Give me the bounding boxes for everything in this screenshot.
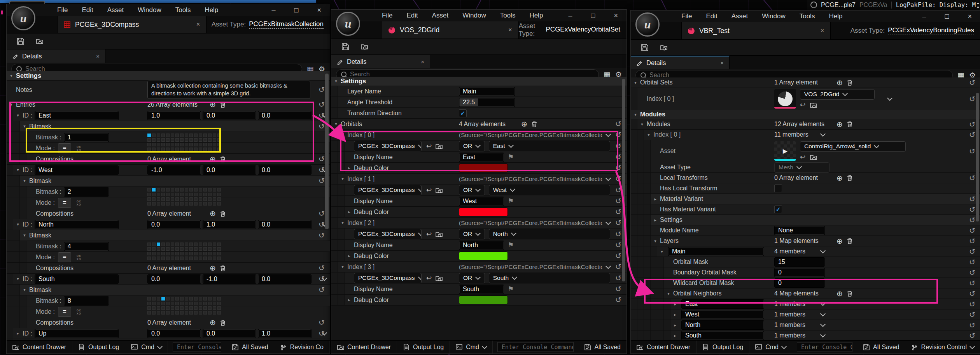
bit-off[interactable] (175, 143, 179, 146)
reset-to-default-icon[interactable]: ↺ (964, 226, 980, 235)
bit-off[interactable] (199, 257, 202, 260)
bit-off[interactable] (157, 138, 160, 142)
bit-off[interactable] (147, 138, 151, 142)
bit-off[interactable] (203, 202, 207, 206)
bit-off[interactable] (199, 148, 202, 151)
bit-off[interactable] (152, 311, 156, 315)
value-input[interactable]: 15 (774, 257, 825, 267)
expander-open-icon[interactable]: ▾ (7, 73, 16, 78)
bit-off[interactable] (185, 202, 188, 206)
operator-dropdown[interactable]: OR (459, 229, 485, 239)
bit-off[interactable] (213, 143, 216, 146)
bit-off[interactable] (147, 302, 151, 305)
bit-off[interactable] (213, 188, 216, 192)
delete-elements-icon[interactable] (847, 238, 852, 244)
vector-component-input[interactable]: 1.0 (258, 329, 312, 338)
debug-color-swatch[interactable] (459, 295, 508, 304)
bit-off[interactable] (189, 143, 193, 146)
bit-off[interactable] (180, 202, 184, 206)
value-input[interactable]: 0 (774, 278, 825, 288)
tab-details[interactable]: Details× (631, 56, 730, 69)
bit-off[interactable] (161, 247, 165, 251)
reset-to-default-icon[interactable]: ↺ (964, 321, 980, 330)
bit-off[interactable] (217, 193, 221, 196)
bit-off[interactable] (185, 243, 188, 246)
bit-off[interactable] (199, 247, 202, 251)
bit-off[interactable] (194, 257, 198, 260)
bit-off[interactable] (189, 134, 193, 137)
bit-off[interactable] (161, 243, 165, 246)
expander-closed-icon[interactable]: ▸ (345, 297, 354, 302)
console-command-input[interactable]: Enter Console Command (797, 342, 852, 352)
maximize-button[interactable]: □ (294, 6, 299, 14)
browse-to-asset-icon[interactable] (660, 44, 668, 51)
reset-to-default-icon[interactable]: ↺ (610, 285, 626, 293)
entry-id-input[interactable]: East (35, 111, 119, 120)
add-element-icon[interactable]: ⊕ (210, 264, 216, 272)
bit-off[interactable] (147, 197, 151, 201)
menu-item-file[interactable]: File (681, 12, 692, 20)
bit-off[interactable] (161, 311, 165, 315)
bit-off[interactable] (152, 297, 156, 301)
bit-off[interactable] (161, 143, 165, 146)
bit-off[interactable] (203, 311, 207, 315)
revision-control-button[interactable]: Revision Co (274, 341, 330, 353)
asset-type-link[interactable]: PCGExBitmaskCollection (249, 20, 324, 29)
scrollbar-thumb[interactable] (976, 93, 979, 221)
close-button[interactable]: × (317, 6, 321, 14)
bit-off[interactable] (185, 134, 188, 137)
bit-off[interactable] (180, 143, 184, 146)
bit-off[interactable] (199, 297, 202, 301)
mode-equals-button[interactable]: = (58, 143, 71, 153)
bit-off[interactable] (217, 243, 221, 246)
browse-to-asset-icon[interactable] (436, 143, 443, 149)
reset-to-default-icon[interactable]: ↺ (964, 300, 980, 309)
all-saved-button[interactable]: All Saved (857, 341, 905, 353)
bit-off[interactable] (203, 138, 207, 142)
bit-off[interactable] (194, 202, 198, 206)
reset-to-default-icon[interactable]: ↺ (313, 318, 330, 327)
bit-off[interactable] (213, 252, 216, 255)
bit-off[interactable] (157, 202, 160, 206)
reset-to-default-icon[interactable]: ↺ (964, 237, 980, 246)
bit-off[interactable] (213, 247, 216, 251)
add-element-icon[interactable]: ⊕ (836, 289, 843, 298)
bit-off[interactable] (208, 306, 212, 310)
bit-off[interactable] (199, 302, 202, 305)
delete-elements-icon[interactable] (220, 265, 226, 271)
add-element-icon[interactable]: ⊕ (210, 100, 216, 109)
output-log-button[interactable]: Output Log (696, 341, 749, 353)
expander-open-icon[interactable]: ▾ (13, 222, 23, 227)
bit-off[interactable] (180, 193, 184, 196)
bit-off[interactable] (166, 306, 170, 310)
bitmask-entry-dropdown[interactable]: South (489, 273, 610, 283)
menu-item-tools[interactable]: Tools (500, 12, 516, 19)
use-selected-asset-icon[interactable]: ↩ (426, 230, 432, 238)
bit-off[interactable] (152, 243, 156, 246)
vector-component-input[interactable]: 0.0 (203, 111, 256, 120)
bit-off[interactable] (194, 134, 198, 137)
bit-off[interactable] (213, 197, 216, 201)
cmd-dropdown-chevron[interactable] (482, 343, 487, 349)
chevron-down-icon[interactable] (874, 143, 879, 148)
bit-off[interactable] (185, 148, 188, 151)
mode-flags-icon[interactable]: oxxo (77, 309, 81, 315)
expander-open-icon[interactable]: ▾ (338, 264, 347, 269)
bit-off[interactable] (161, 138, 165, 142)
bit-off[interactable] (147, 202, 151, 206)
asset-thumbnail-pie[interactable] (774, 89, 796, 109)
bit-off[interactable] (189, 302, 193, 305)
bit-off[interactable] (166, 257, 170, 260)
close-button[interactable]: × (968, 12, 972, 21)
bit-off[interactable] (171, 134, 174, 137)
expander-open-icon[interactable]: ▾ (7, 102, 16, 107)
bit-off[interactable] (152, 148, 156, 151)
bit-off[interactable] (213, 306, 216, 310)
bit-off[interactable] (189, 311, 193, 315)
bit-off[interactable] (203, 252, 207, 255)
bit-off[interactable] (185, 311, 188, 315)
bit-off[interactable] (180, 243, 184, 246)
menu-item-window[interactable]: Window (462, 12, 486, 19)
map-key-input[interactable]: South (681, 331, 764, 340)
menu-item-file[interactable]: File (57, 6, 68, 14)
